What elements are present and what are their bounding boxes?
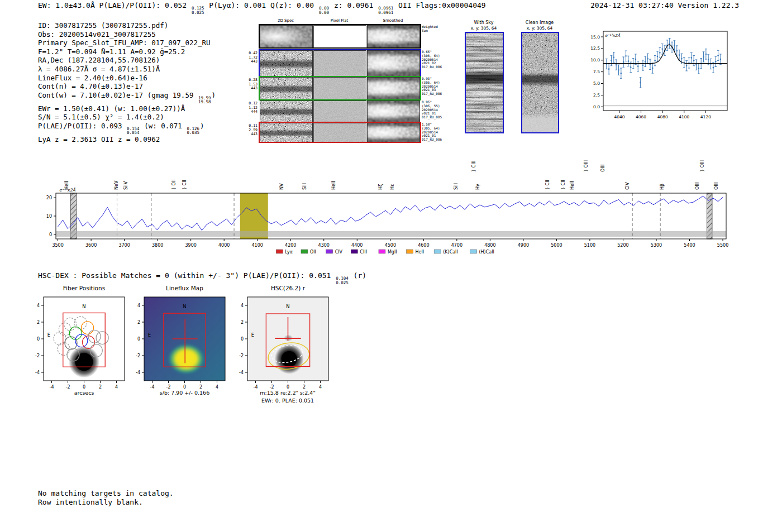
noise-image: [522, 33, 558, 132]
info-line: LineFlux = 2.40(±0.64)e-16: [38, 74, 216, 83]
legend-swatch: [351, 250, 357, 253]
lineflux-map-title: Lineflux Map: [144, 285, 225, 291]
data-point: [618, 69, 619, 71]
legend-label: Lyα: [285, 250, 293, 255]
info-line: P(LAE)/P(OII): 0.093 0.1540.054 (w: 0.07…: [38, 122, 216, 135]
y-tick-label: 0.0: [593, 104, 600, 109]
stacked-uncertainty: 0.1540.054: [127, 127, 140, 135]
lineflux-map-panel: -4-2024-4-2024NE: [125, 294, 237, 397]
hsc-caption-morphology: m:15.8 re:2.2" s:2.4": [235, 390, 341, 396]
data-point: [686, 65, 688, 67]
data-point: [608, 68, 610, 70]
detection-report-page: EW: 1.0±43.0Å P(LAE)/P(OII): 0.052 0.125…: [0, 0, 782, 532]
line-marker-label: OIII: [714, 183, 719, 190]
stacked-uncertainty: 0.000.00: [319, 6, 329, 15]
data-point: [637, 65, 639, 67]
x-tick-label: 5100: [584, 243, 595, 248]
y-tick-label: -4: [136, 370, 140, 375]
line-marker-label: CIV: [625, 182, 630, 190]
y-tick-label: -2: [239, 353, 244, 358]
image-overlay: [314, 26, 366, 48]
data-point: [705, 54, 707, 55]
cutout-smoothed: [367, 77, 420, 100]
line-marker-label: OIII: [695, 183, 700, 190]
x-tick-label: -2: [270, 385, 274, 390]
text-run: ): [212, 91, 216, 99]
hsc-r-title: HSC(26.2) r: [247, 285, 328, 291]
y-tick-label: -4: [239, 370, 244, 375]
y-tick-label: 4: [241, 303, 244, 308]
line-marker-label: } CII: [182, 180, 187, 190]
noise-rect: [466, 33, 503, 132]
text-run: S/N = 5.1(±0.5) χ² = 1.4(±0.2): [38, 113, 164, 121]
cutout-stat: 443: [241, 132, 258, 137]
data-point: [679, 54, 680, 56]
y-tick-label: 0: [37, 337, 40, 342]
stacked-uncertainty: 19.5919.58: [198, 96, 211, 104]
legend-swatch: [276, 250, 283, 253]
info-line: Obs: 20200514v021_3007817255: [38, 30, 216, 39]
x-tick-label: 3700: [118, 243, 130, 248]
line-marker-label: Hβ: [660, 184, 665, 190]
noise-image: [314, 51, 366, 76]
cutout-smoothed: [367, 25, 420, 49]
with-sky-title: With Sky: [459, 20, 508, 25]
hsc-image-panel: -4-2024-4-2024NE: [228, 294, 340, 397]
noise-image: [368, 123, 419, 142]
stacked-uncertainty: 0.1250.025: [192, 6, 204, 15]
cutout-stat: 443: [241, 87, 258, 91]
x-tick-label: -4: [150, 385, 155, 390]
with-sky-image: [465, 32, 504, 133]
x-tick-label: 4300: [318, 243, 330, 248]
cutout-annotation: Sum: [422, 29, 452, 33]
text-run: EWr = 1.50(±0.41) (w: 1.00(±0.27))Å: [38, 104, 185, 113]
data-point: [695, 64, 697, 66]
x-tick-label: 3800: [152, 243, 163, 248]
line-marker-label: HeII: [570, 181, 575, 190]
noise-image: [260, 26, 312, 48]
stacked-uncertainty: 0.1260.035: [187, 127, 199, 135]
noise-image: [260, 51, 312, 76]
data-point: [676, 50, 678, 52]
y-tick-label: -2: [136, 353, 140, 358]
cutout-row-right-labels: WeightedSum: [422, 25, 452, 33]
text-run: Cont(n) = 4.70(±0.13)e-17: [38, 82, 143, 90]
noise-image: [314, 101, 366, 122]
cutout-pixelflat: [313, 50, 366, 77]
fiber-x-axis-label: arcsecs: [44, 390, 125, 396]
data-point: [647, 58, 649, 60]
x-tick-label: 4000: [218, 243, 230, 248]
legend-label: (K)CaII: [443, 250, 458, 255]
line-marker-label: } CIII: [471, 161, 476, 172]
line-marker-label: SiIV: [123, 181, 128, 190]
y-tick-label: 0: [49, 232, 52, 237]
x-tick-label: -2: [66, 385, 70, 390]
data-point: [640, 82, 641, 84]
legend-label: HeII: [416, 250, 425, 255]
info-line: ID: 3007817255 (3007817255.pdf): [38, 21, 216, 30]
data-point: [625, 55, 627, 57]
fiber-positions-title: Fiber Positions: [44, 285, 125, 291]
data-point: [674, 45, 675, 47]
y-tick-label: 2.5: [593, 93, 600, 98]
text-run: LineFlux = 2.40(±0.64)e-16: [38, 74, 147, 82]
x-tick-label: 0: [287, 385, 289, 390]
x-tick-label: 4100: [252, 243, 263, 248]
x-tick-label: 4800: [484, 243, 495, 248]
noise-image: [260, 78, 312, 100]
text-run: P(LAE)/P(OII): 0.093: [38, 122, 126, 130]
info-line: λ = 4086.27Å σ = 4.87(±1.51)Å: [38, 65, 216, 74]
cutout-stat: 444: [241, 110, 258, 114]
x-tick-label: 5500: [717, 243, 728, 248]
text-run: LyA z = 2.3613 OII z = 0.0962: [38, 135, 160, 143]
x-tick-label: 5200: [617, 243, 628, 248]
cutout-row-right-labels: 0.93"(305, 64)20200514v021_03017_RU_006: [422, 77, 452, 96]
line-marker-label: } OIII: [700, 160, 705, 172]
info-line: Cont(n) = 4.70(±0.13)e-17: [38, 82, 216, 91]
line-marker-label: NeV: [114, 180, 119, 190]
cutout-2dspec: [260, 77, 313, 100]
cutout-row-left-labels: 0.112.59443: [241, 124, 258, 137]
x-tick-label: 4700: [451, 243, 462, 248]
footer-line-2: Row intentionally blank.: [38, 498, 143, 506]
data-point: [669, 42, 670, 44]
